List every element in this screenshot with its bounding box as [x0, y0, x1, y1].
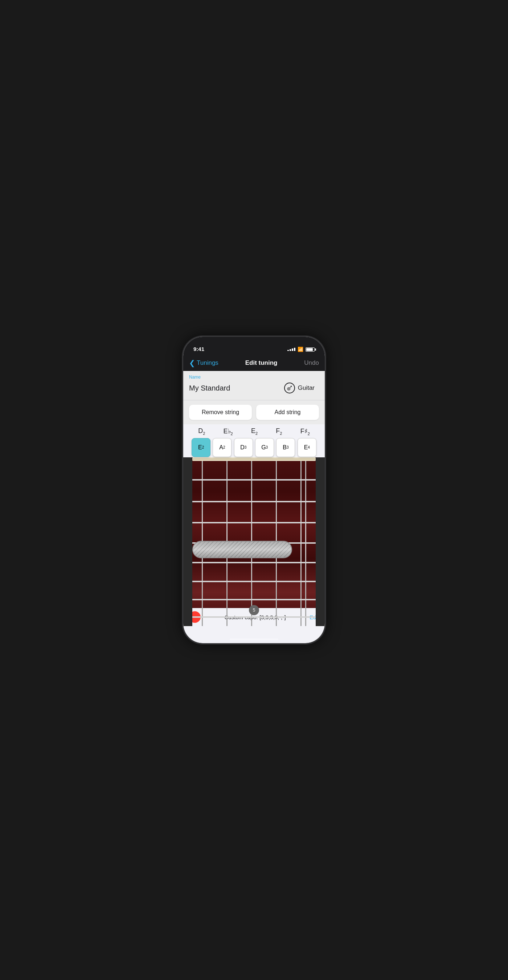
- capo-texture: [193, 541, 291, 557]
- note-selector-row: D2 E♭2 E2 F2 F♯2: [183, 424, 325, 438]
- home-indicator: [230, 638, 278, 640]
- string-label-E4[interactable]: E4: [298, 438, 316, 457]
- fret-7: [183, 599, 325, 600]
- back-label: Tunings: [197, 360, 218, 367]
- fret-1: [183, 479, 325, 480]
- fretboard: E2 A2 D3 G3 B3 E4: [183, 438, 325, 626]
- undo-button[interactable]: Undo: [304, 360, 319, 367]
- fret-3: [183, 522, 325, 523]
- fret-8: [183, 616, 325, 618]
- svg-point-0: [287, 388, 290, 391]
- fret-marker-5: 5: [249, 605, 259, 615]
- guitar-neck: 5: [183, 457, 325, 626]
- string-label-G3[interactable]: G3: [255, 438, 274, 457]
- note-Fs2[interactable]: F♯2: [300, 427, 310, 436]
- name-label: Name: [189, 375, 319, 380]
- nut-bar: [192, 457, 316, 461]
- name-row: My Standard Guitar: [189, 380, 319, 396]
- note-D2[interactable]: D2: [198, 427, 205, 436]
- name-section: Name My Standard Guitar: [183, 371, 325, 400]
- string-buttons-row: Remove string Add string: [183, 400, 325, 424]
- string-line-5: [300, 457, 302, 626]
- main-content: Name My Standard Guitar: [183, 371, 325, 643]
- string-label-D3[interactable]: D3: [234, 438, 253, 457]
- instrument-label: Guitar: [298, 384, 314, 391]
- remove-string-button[interactable]: Remove string: [189, 405, 252, 420]
- string-label-A2[interactable]: A2: [213, 438, 232, 457]
- status-icons: 📶: [287, 347, 314, 352]
- status-time: 9:41: [194, 346, 204, 352]
- wifi-icon: 📶: [298, 347, 303, 352]
- add-string-button[interactable]: Add string: [256, 405, 319, 420]
- svg-point-1: [288, 388, 289, 390]
- fret-5: [183, 562, 325, 563]
- note-Eb2[interactable]: E♭2: [224, 427, 233, 436]
- neck-right-side: [316, 457, 325, 626]
- fret-2: [183, 501, 325, 502]
- string-label-E2[interactable]: E2: [192, 438, 210, 457]
- navigation-bar: ❮ Tunings Edit tuning Undo: [183, 355, 325, 371]
- page-title: Edit tuning: [245, 360, 278, 367]
- string-labels: E2 A2 D3 G3 B3 E4: [183, 438, 325, 457]
- note-F2[interactable]: F2: [276, 427, 282, 436]
- neck-left-side: [183, 457, 192, 626]
- fret-6: [183, 581, 325, 582]
- note-E2[interactable]: E2: [251, 427, 258, 436]
- guitar-icon: [284, 383, 295, 393]
- capo[interactable]: [192, 541, 292, 558]
- chevron-left-icon: ❮: [189, 360, 195, 367]
- back-button[interactable]: ❮ Tunings: [189, 360, 218, 367]
- instrument-selector[interactable]: Guitar: [280, 380, 319, 396]
- tuning-name[interactable]: My Standard: [189, 384, 230, 392]
- battery-icon: [306, 347, 314, 352]
- signal-icon: [287, 348, 295, 351]
- string-line-6: [305, 457, 306, 626]
- string-label-B3[interactable]: B3: [276, 438, 295, 457]
